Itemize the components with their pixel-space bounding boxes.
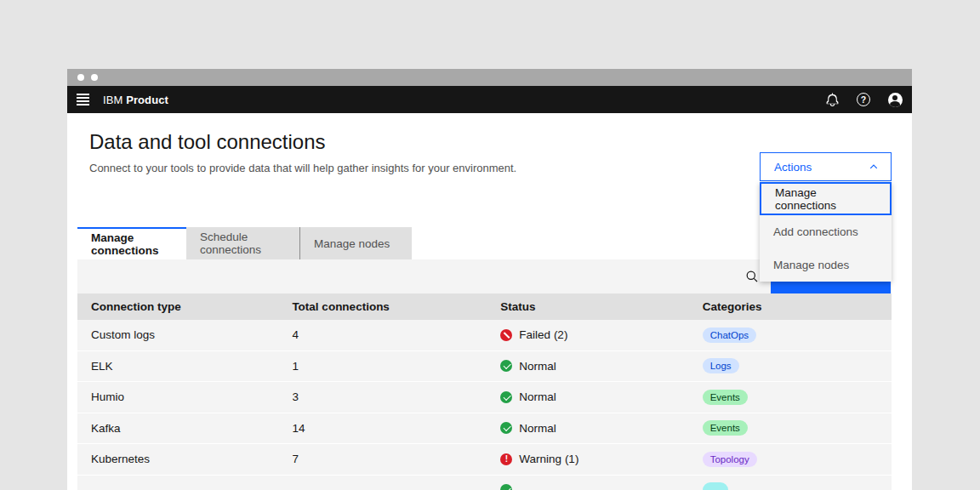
normal-status-icon — [500, 391, 512, 403]
tab-schedule-connections[interactable]: Schedule connections — [186, 227, 299, 259]
column-header-status: Status — [487, 300, 688, 313]
table-header-row: Connection type Total connections Status… — [77, 293, 892, 320]
desktop: { "header": { "brand_prefix": "IBM", "br… — [0, 0, 980, 490]
cell-total-connections: 14 — [278, 422, 487, 435]
failed-status-icon — [500, 329, 512, 341]
category-tag: ChatOps — [703, 328, 756, 343]
normal-status-icon — [500, 484, 512, 490]
tab-bar: Manage connections Schedule connections … — [77, 227, 412, 259]
brand: IBM Product — [103, 94, 168, 106]
bell-icon — [825, 93, 840, 107]
cell-connection-type: Custom logs — [77, 328, 278, 341]
normal-status-icon — [500, 422, 512, 434]
warning-status-icon — [500, 453, 512, 465]
cell-total-connections: 1 — [278, 360, 487, 373]
cell-connection-type: Humio — [77, 390, 278, 403]
cell-categories: Topology — [689, 452, 892, 467]
header-actions — [823, 91, 912, 108]
table-body: Custom logs 4 Failed (2) ChatOps ELK 1 N… — [77, 320, 892, 490]
table-row[interactable] — [77, 476, 892, 490]
cell-categories: ChatOps — [689, 328, 892, 343]
user-avatar-icon — [888, 93, 903, 107]
cell-connection-type: Kafka — [77, 422, 278, 435]
cell-status — [487, 484, 688, 490]
menu-item-add-connections[interactable]: Add connections — [760, 215, 892, 248]
status-label: Failed (2) — [519, 328, 567, 341]
status-label: Normal — [519, 390, 556, 403]
category-tag: Logs — [703, 358, 739, 373]
cell-total-connections: 7 — [278, 453, 487, 465]
menu-button[interactable] — [69, 86, 96, 113]
notifications-button[interactable] — [823, 91, 840, 108]
cell-categories: Events — [689, 390, 892, 405]
cell-status: Warning (1) — [487, 453, 688, 465]
cell-status: Normal — [487, 360, 688, 373]
page-title: Data and tool connections — [89, 130, 326, 154]
category-tag: Topology — [703, 452, 757, 467]
table-row[interactable]: Custom logs 4 Failed (2) ChatOps — [77, 320, 892, 351]
table-row[interactable]: Humio 3 Normal Events — [77, 382, 892, 413]
actions-dropdown-menu: Manage connections Add connections Manag… — [760, 182, 892, 282]
tab-manage-connections[interactable]: Manage connections — [77, 227, 186, 259]
cell-categories — [689, 482, 892, 490]
help-button[interactable] — [855, 91, 872, 108]
brand-name: Product — [126, 94, 168, 106]
status-label: Warning (1) — [519, 453, 578, 465]
column-header-connection-type: Connection type — [77, 300, 278, 313]
cell-status: Failed (2) — [487, 328, 688, 341]
cell-total-connections: 4 — [278, 328, 487, 341]
status-label: Normal — [519, 422, 556, 435]
cell-connection-type: ELK — [77, 360, 278, 373]
cell-status: Normal — [487, 422, 688, 435]
table-row[interactable]: ELK 1 Normal Logs — [77, 351, 892, 383]
page-subtitle: Connect to your tools to provide data th… — [89, 162, 516, 174]
category-tag — [703, 482, 728, 490]
tab-manage-nodes[interactable]: Manage nodes — [299, 227, 412, 259]
window-titlebar — [67, 69, 912, 86]
user-profile-button[interactable] — [886, 91, 903, 108]
help-icon — [857, 93, 870, 106]
normal-status-icon — [500, 360, 512, 372]
cell-status: Normal — [487, 390, 688, 403]
cell-categories: Logs — [689, 358, 892, 373]
cell-connection-type: Kubernetes — [77, 453, 278, 465]
window-control-dot — [77, 74, 84, 81]
category-tag: Events — [703, 390, 748, 405]
brand-prefix: IBM — [103, 94, 122, 106]
app-window: IBM Product Data and tool connections Co… — [67, 69, 912, 490]
menu-item-manage-nodes[interactable]: Manage nodes — [760, 248, 892, 282]
column-header-total-connections: Total connections — [278, 300, 487, 313]
actions-dropdown-button[interactable]: Actions — [760, 152, 892, 181]
app-header: IBM Product — [67, 86, 912, 113]
search-icon — [745, 270, 759, 283]
menu-item-manage-connections[interactable]: Manage connections — [760, 182, 892, 215]
cell-categories: Events — [689, 420, 892, 436]
actions-dropdown-label: Actions — [774, 161, 812, 174]
column-header-categories: Categories — [689, 300, 892, 313]
window-control-dot — [91, 74, 98, 81]
cell-total-connections: 3 — [278, 390, 487, 403]
category-tag: Events — [703, 420, 748, 436]
table-row[interactable]: Kafka 14 Normal Events — [77, 413, 892, 445]
hamburger-icon — [77, 94, 89, 105]
status-label: Normal — [519, 360, 556, 373]
table-row[interactable]: Kubernetes 7 Warning (1) Topology — [77, 444, 892, 476]
chevron-up-icon — [869, 162, 879, 172]
